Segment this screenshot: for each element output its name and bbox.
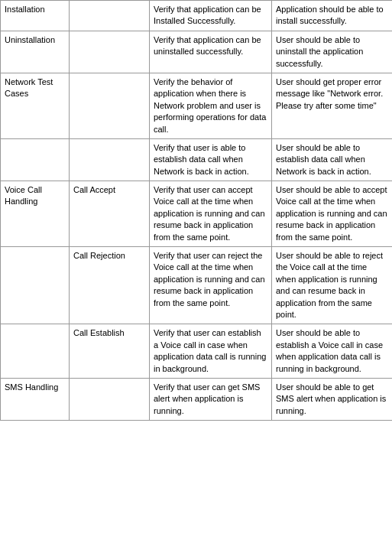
cell-network-test-cases-col2 — [70, 73, 150, 138]
cell-network-data-call-col3: Verify that user is able to establish da… — [150, 138, 272, 181]
cell-voice-call-establish-col4: User should be able to establish a Voice… — [272, 324, 393, 379]
cell-voice-call-establish-col3: Verify that user can establish a Voice c… — [150, 324, 272, 379]
cell-voice-call-rejection-col4: User should be able to reject the Voice … — [272, 247, 393, 324]
cell-installation-col1: Installation — [1, 1, 70, 31]
cell-voice-call-accept-col1: Voice Call Handling — [1, 181, 70, 247]
cell-installation-col4: Application should be able to install su… — [272, 1, 393, 31]
table-row: Verify that user is able to establish da… — [1, 138, 393, 181]
cell-network-test-cases-col4: User should get proper error message lik… — [272, 73, 393, 138]
cell-voice-call-establish-col1 — [1, 324, 70, 379]
cell-voice-call-rejection-col1 — [1, 247, 70, 324]
cell-uninstallation-col4: User should be able to uninstall the app… — [272, 31, 393, 73]
table-row: UninstallationVerify that application ca… — [1, 31, 393, 73]
cell-voice-call-accept-col2: Call Accept — [70, 181, 150, 247]
cell-network-data-call-col4: User should be able to establish data ca… — [272, 138, 393, 181]
table-row: Voice Call HandlingCall AcceptVerify tha… — [1, 181, 393, 247]
cell-uninstallation-col3: Verify that application can be uninstall… — [150, 31, 272, 73]
cell-network-data-call-col2 — [70, 138, 150, 181]
cell-network-test-cases-col1: Network Test Cases — [1, 73, 70, 138]
cell-installation-col2 — [70, 1, 150, 31]
cell-sms-handling-col3: Verify that user can get SMS alert when … — [150, 378, 272, 420]
table-row: Network Test CasesVerify the behavior of… — [1, 73, 393, 138]
cell-sms-handling-col2 — [70, 378, 150, 420]
cell-network-test-cases-col3: Verify the behavior of application when … — [150, 73, 272, 138]
cell-voice-call-establish-col2: Call Establish — [70, 324, 150, 379]
table-row: Call EstablishVerify that user can estab… — [1, 324, 393, 379]
cell-voice-call-accept-col4: User should be able to accept Voice call… — [272, 181, 393, 247]
table-row: SMS HandlingVerify that user can get SMS… — [1, 378, 393, 420]
cell-installation-col3: Verify that application can be Installed… — [150, 1, 272, 31]
table-row: Call RejectionVerify that user can rejec… — [1, 247, 393, 324]
cell-voice-call-rejection-col2: Call Rejection — [70, 247, 150, 324]
cell-network-data-call-col1 — [1, 138, 70, 181]
cell-voice-call-accept-col3: Verify that user can accept Voice call a… — [150, 181, 272, 247]
test-cases-table: InstallationVerify that application can … — [0, 0, 392, 421]
cell-sms-handling-col4: User should be able to get SMS alert whe… — [272, 378, 393, 420]
cell-uninstallation-col2 — [70, 31, 150, 73]
cell-uninstallation-col1: Uninstallation — [1, 31, 70, 73]
cell-voice-call-rejection-col3: Verify that user can reject the Voice ca… — [150, 247, 272, 324]
cell-sms-handling-col1: SMS Handling — [1, 378, 70, 420]
table-row: InstallationVerify that application can … — [1, 1, 393, 31]
